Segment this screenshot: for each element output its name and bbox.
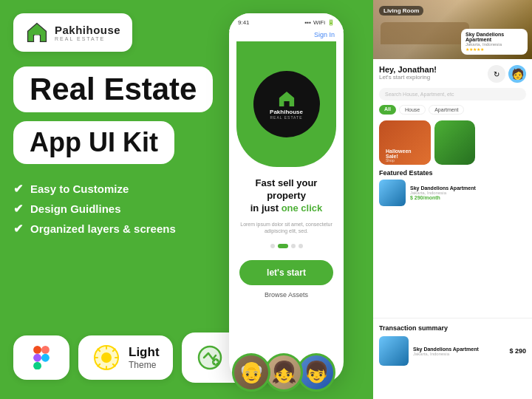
check-label-3: Organized layers & screens — [30, 222, 176, 235]
refresh-icon[interactable]: ↻ — [488, 65, 505, 83]
phone-outer: 9:41 ▪▪▪ WiFi 🔋 Sign In Pakhihouse Real … — [229, 13, 344, 383]
figma-badge — [13, 335, 69, 380]
sale-label: Halloween Sale! — [386, 149, 412, 159]
phone-time: 9:41 — [238, 19, 250, 26]
light-theme-icon — [92, 343, 121, 372]
dot-3 — [291, 244, 296, 248]
svg-rect-2 — [41, 346, 50, 354]
svg-point-4 — [41, 354, 50, 362]
svg-rect-3 — [33, 354, 41, 362]
phone-dots — [270, 244, 303, 248]
phone-signal: ▪▪▪ — [304, 19, 311, 26]
rm-greeting: Hey, Jonathan! — [379, 65, 437, 74]
featured-price-1: $ 290/month — [410, 195, 440, 200]
light-theme-main: Light — [129, 345, 160, 360]
checklist: ✔ Easy to Customize ✔ Design Guidlines ✔… — [13, 182, 213, 236]
phone-description: Lorem ipsum dolor sit amet, consectetur … — [239, 221, 333, 236]
light-theme-sub: Theme — [129, 360, 160, 370]
phone-body: Fast sell your property in just one clic… — [229, 167, 344, 383]
phone-signin[interactable]: Sign In — [229, 31, 344, 41]
phone-wifi: WiFi — [313, 19, 325, 26]
screens-icon — [195, 343, 225, 372]
phone-battery: 🔋 — [327, 19, 335, 26]
check-icon-3: ✔ — [13, 222, 23, 236]
left-content-area: Real Estate App UI Kit ✔ Easy to Customi… — [13, 66, 213, 242]
logo-box: Pakhihouse Real Estate — [13, 13, 132, 52]
tag-apartment[interactable]: Apartment — [429, 105, 464, 115]
rt-card-title: Sky Dandelions Apartment — [466, 32, 523, 42]
logo-sub: Real Estate — [55, 36, 120, 41]
avatar-strip: 👴 👧 👦 — [235, 353, 372, 392]
transaction-sub: Jakarta, Indonesia — [413, 352, 505, 356]
featured-name-1: Sky Dandelions Apartment — [410, 185, 526, 191]
user-avatar: 🧑 — [508, 65, 526, 83]
phone-brand: Pakhihouse — [270, 109, 303, 115]
phone-logo-circle: Pakhihouse Real Estate — [253, 71, 320, 137]
check-item-2: ✔ Design Guidlines — [13, 202, 213, 216]
promo-card-2[interactable] — [434, 120, 475, 165]
dot-4 — [299, 244, 303, 248]
tag-house[interactable]: House — [399, 105, 426, 115]
check-icon-2: ✔ — [13, 202, 23, 216]
check-label-2: Design Guidlines — [30, 202, 121, 215]
featured-title: Featured Estates — [379, 169, 526, 177]
transaction-panel: Transaction summary Sky Dandelions Apart… — [373, 318, 532, 399]
search-placeholder: Search House, Apartment, etc — [385, 92, 454, 97]
transaction-img — [379, 336, 409, 366]
title-box: Real Estate — [13, 66, 213, 112]
figma-icon — [27, 343, 56, 372]
logo-house-icon — [25, 21, 49, 44]
dot-2 — [278, 244, 288, 248]
phone-browse[interactable]: Browse Assets — [265, 291, 308, 299]
avatar-3-icon: 👦 — [304, 362, 330, 383]
rm-subtitle: Let's start exploring — [379, 74, 437, 81]
check-icon-1: ✔ — [13, 182, 23, 196]
transaction-row: Sky Dandelions Apartment Jakarta, Indone… — [379, 336, 526, 366]
avatar-2-icon: 👧 — [271, 362, 297, 383]
transaction-amount: $ 290 — [509, 347, 526, 355]
svg-point-7 — [101, 352, 112, 363]
right-panel: Living Room Sky Dandelions Apartment Jak… — [373, 0, 532, 399]
subtitle: App UI Kit — [30, 127, 158, 157]
phone-status-bar: 9:41 ▪▪▪ WiFi 🔋 — [229, 13, 344, 31]
avatar-1: 👴 — [232, 353, 270, 392]
living-room-image: Living Room Sky Dandelions Apartment Jak… — [373, 0, 532, 59]
svg-rect-0 — [34, 35, 39, 42]
transaction-name: Sky Dandelions Apartment — [413, 347, 505, 352]
featured-img-1 — [379, 180, 406, 206]
transaction-title: Transaction summary — [379, 324, 526, 332]
living-room-label: Living Room — [379, 6, 423, 16]
filter-tags: All House Apartment — [379, 105, 526, 115]
halloween-sale-card[interactable]: Halloween Sale! Shop — [379, 120, 431, 165]
svg-rect-5 — [33, 362, 41, 369]
dot-1 — [270, 244, 275, 248]
subtitle-box: App UI Kit — [13, 121, 174, 164]
tag-all[interactable]: All — [379, 105, 396, 115]
sale-sub: Shop — [386, 158, 395, 163]
svg-rect-1 — [33, 346, 41, 354]
phone-highlight: one click — [282, 202, 323, 214]
search-bar[interactable]: Search House, Apartment, etc — [379, 88, 526, 100]
check-item-1: ✔ Easy to Customize — [13, 182, 213, 196]
app-home-screen: Hey, Jonathan! Let's start exploring ↻ 🧑… — [373, 59, 532, 318]
top-right-card: Sky Dandelions Apartment Jakarta, Indone… — [461, 29, 528, 55]
rt-card-stars: ★★★★★ — [466, 47, 523, 52]
avatar-1-icon: 👴 — [239, 362, 265, 383]
main-background: Pakhihouse Real Estate Real Estate App U… — [0, 0, 532, 399]
logo-name: Pakhihouse — [55, 24, 120, 36]
featured-card-1[interactable]: Sky Dandelions Apartment Jakarta, Indone… — [379, 180, 526, 206]
phone-brand-sub: Real Estate — [270, 115, 303, 120]
phone-cta-button[interactable]: let's start — [239, 260, 333, 285]
light-theme-badge: Light Theme — [78, 335, 173, 380]
check-item-3: ✔ Organized layers & screens — [13, 222, 213, 236]
main-title: Real Estate — [30, 72, 197, 106]
check-label-1: Easy to Customize — [30, 183, 129, 195]
phone-tagline: Fast sell your property in just one clic… — [239, 177, 333, 215]
promo-cards-row: Halloween Sale! Shop — [379, 120, 526, 165]
phone-mockup: 9:41 ▪▪▪ WiFi 🔋 Sign In Pakhihouse Real … — [229, 13, 344, 383]
